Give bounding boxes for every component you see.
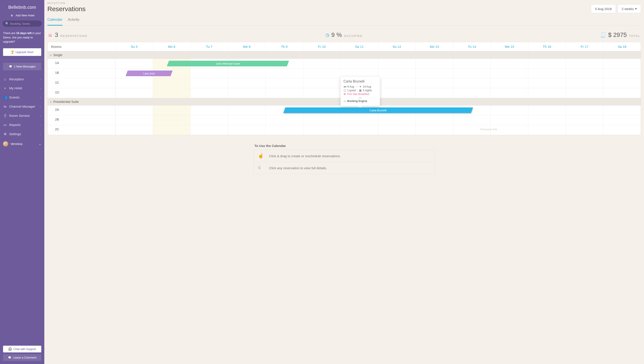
- day-header[interactable]: Sa 11: [340, 42, 378, 51]
- chevron-down-icon: ⌄: [39, 96, 41, 99]
- messages-label: 1 New Messages: [14, 65, 36, 68]
- chevron-down-icon: ⌄: [39, 105, 41, 108]
- user-name: Veronica: [10, 142, 22, 146]
- date-picker-button[interactable]: 5 Aug 2018: [591, 4, 616, 13]
- headset-icon: 🎧: [8, 348, 12, 351]
- stat-reservations: 🛎3RESERVATIONS: [48, 32, 87, 38]
- day-header[interactable]: Sa 18: [603, 42, 641, 51]
- meal-icon: ✿: [344, 92, 346, 96]
- day-header[interactable]: Mo 13: [416, 42, 453, 51]
- plane-icon: ✈: [359, 85, 362, 88]
- nav-my-hotel[interactable]: ⌖My Hotel⌄: [0, 84, 44, 93]
- demo-notice: There are 16 days left in your Demo. Are…: [0, 28, 44, 46]
- stats-row: 🛎3RESERVATIONS ◷9 %OCCUPIED 🧾$ 2975TOTAL: [47, 32, 641, 38]
- room-label: 1C: [48, 78, 115, 88]
- day-header[interactable]: Th 9: [266, 42, 303, 51]
- day-header[interactable]: Mo 6: [153, 42, 190, 51]
- guest-icon: ▢: [344, 89, 346, 92]
- room-label: 1B: [48, 68, 115, 78]
- day-header[interactable]: We 15: [490, 42, 528, 51]
- upgrade-button[interactable]: 🏆 Upgrade Now!: [3, 48, 41, 56]
- chevron-down-icon: ⌄: [39, 78, 41, 80]
- report-icon: ▭: [3, 123, 7, 127]
- room-row-1a[interactable]: 1A John Michael Kane: [48, 59, 641, 68]
- nav-user[interactable]: Veronica ⌄: [0, 139, 44, 149]
- room-row-2c[interactable]: 2C Rectangular Snip: [48, 125, 641, 135]
- day-header[interactable]: Tu 14: [453, 42, 490, 51]
- day-header[interactable]: Th 16: [528, 42, 566, 51]
- clock-icon: ◷: [326, 32, 329, 38]
- help-row-drag: ☝ Click & drag to create or reschedule r…: [254, 150, 435, 162]
- room-row-2a[interactable]: 2A Carla Brunelli Carla Brunelli 🛏9 Aug→…: [48, 106, 641, 115]
- stat-total: 🧾$ 2975TOTAL: [600, 32, 640, 38]
- add-hotel-label: Add New Hotel: [16, 14, 34, 17]
- tap-icon: ☟: [258, 165, 264, 171]
- chevron-down-icon: ⌄: [39, 114, 41, 117]
- reservation-bar-lars[interactable]: Lars And: [126, 70, 173, 76]
- search-icon: 🔍: [5, 22, 9, 25]
- plus-circle-icon: ⊕: [10, 14, 14, 17]
- day-header[interactable]: Fr 17: [566, 42, 603, 51]
- chevron-down-icon: ⌄: [39, 87, 41, 90]
- arrow-icon: →: [356, 85, 358, 88]
- pin-icon: ⌖: [3, 86, 7, 90]
- day-header[interactable]: Fr 10: [303, 42, 340, 51]
- collapse-icon: ▼: [50, 54, 52, 56]
- day-header[interactable]: Su 5: [115, 42, 153, 51]
- help-row-click: ☟ Click any reservation to view full det…: [254, 162, 435, 174]
- leave-comment-button[interactable]: 💬Leave a Comment: [3, 354, 41, 361]
- sliders-icon: ⚙: [3, 132, 7, 136]
- tab-calendar[interactable]: Calendar: [47, 16, 62, 26]
- breadcrumb: RECEPTION: [47, 2, 641, 4]
- room-label: 2A: [48, 106, 115, 115]
- day-header[interactable]: Tu 7: [190, 42, 228, 51]
- day-header[interactable]: We 8: [228, 42, 266, 51]
- range-select-button[interactable]: 2 weeks ▾: [618, 4, 641, 13]
- reservation-tooltip: Carla Brunelli 🛏9 Aug→✈14 Aug ▢1 guest|▦…: [340, 77, 380, 106]
- comment-icon: 💬: [8, 356, 11, 359]
- nav-room-service[interactable]: 🍴Room Service⌄: [0, 111, 44, 120]
- stat-occupied: ◷9 %OCCUPIED: [326, 32, 362, 38]
- nav-guests[interactable]: 👥Guests⌄: [0, 93, 44, 102]
- bell-icon: 🛎: [48, 32, 52, 38]
- channels-icon: ⇆: [3, 104, 7, 108]
- bed-icon: 🛏: [344, 85, 346, 88]
- rooms-header: Rooms: [48, 42, 115, 51]
- room-label: 2C: [48, 125, 115, 135]
- calendar: Rooms Su 5 Mo 6 Tu 7 We 8 Th 9 Fr 10 Sa …: [47, 42, 641, 135]
- chat-support-button[interactable]: 🎧Chat with Support: [3, 346, 41, 352]
- room-row-2b[interactable]: 2B: [48, 115, 641, 125]
- help-title: To Use the Calendar: [254, 144, 435, 148]
- avatar: [3, 141, 8, 146]
- room-label: 2B: [48, 115, 115, 125]
- chevron-down-icon: ⌄: [39, 123, 41, 126]
- messages-button[interactable]: 💬 1 New Messages: [3, 63, 41, 70]
- chat-icon: 💬: [9, 65, 12, 68]
- trophy-icon: 🏆: [11, 50, 14, 54]
- chevron-down-icon: ⌄: [39, 132, 41, 136]
- reservation-bar-kane[interactable]: John Michael Kane: [167, 61, 289, 66]
- tab-activity[interactable]: Activity: [68, 16, 80, 26]
- nav-settings[interactable]: ⚙Settings⌄: [0, 130, 44, 139]
- card-icon: ▭: [344, 100, 346, 103]
- search-input[interactable]: [10, 22, 39, 25]
- search-box[interactable]: 🔍: [2, 20, 42, 27]
- day-header[interactable]: Su 12: [378, 42, 416, 51]
- page-title: Reservations: [47, 5, 86, 13]
- add-hotel-button[interactable]: ⊕ Add New Hotel: [0, 12, 44, 19]
- main-nav: ⌂Reception⌄ ⌖My Hotel⌄ 👥Guests⌄ ⇆Channel…: [0, 75, 44, 346]
- room-group-single[interactable]: ▼Single: [48, 51, 641, 59]
- calendar-icon: ▦: [359, 89, 362, 92]
- nav-reception[interactable]: ⌂Reception⌄: [0, 75, 44, 84]
- calendar-header: Rooms Su 5 Mo 6 Tu 7 We 8 Th 9 Fr 10 Sa …: [48, 42, 641, 51]
- nav-reports[interactable]: ▭Reports⌄: [0, 120, 44, 130]
- reservation-bar-carla[interactable]: Carla Brunelli: [283, 108, 473, 113]
- chevron-down-icon: ⌄: [39, 142, 41, 146]
- collapse-icon: ▼: [50, 101, 52, 103]
- nav-channel-manager[interactable]: ⇆Channel Manager⌄: [0, 102, 44, 111]
- caret-icon: ▾: [635, 7, 637, 11]
- tooltip-name: Carla Brunelli: [344, 80, 377, 84]
- sidebar: Bellebnb.com ⊕ Add New Hotel 🔍 There are…: [0, 0, 44, 364]
- room-label: 1A: [48, 59, 115, 68]
- upgrade-label: Upgrade Now!: [16, 50, 34, 54]
